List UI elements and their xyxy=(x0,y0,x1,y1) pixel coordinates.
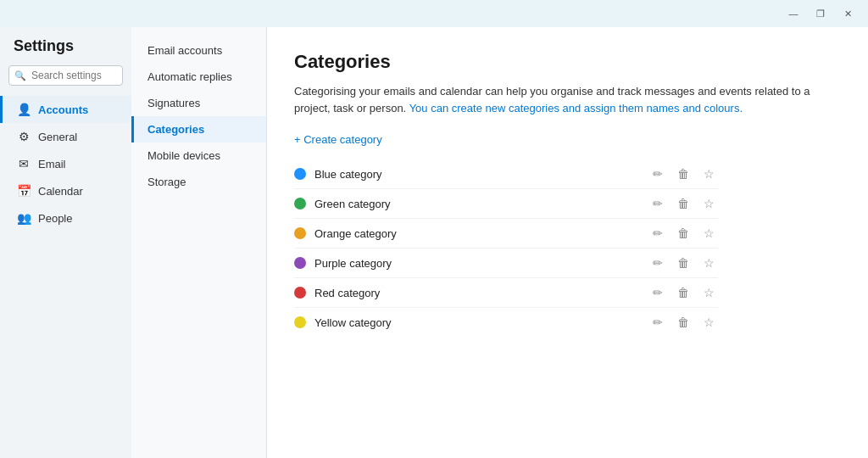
red-category-name: Red category xyxy=(314,287,648,299)
table-row: Purple category ✏ 🗑 ☆ xyxy=(294,249,718,278)
orange-delete-button[interactable]: 🗑 xyxy=(674,224,693,243)
sidebar: Settings 🔍 👤 Accounts ⚙ General ✉ Email … xyxy=(0,27,131,458)
sidebar-item-people[interactable]: 👥 People xyxy=(0,204,131,232)
orange-star-button[interactable]: ☆ xyxy=(699,224,718,243)
orange-category-actions: ✏ 🗑 ☆ xyxy=(648,224,718,243)
mid-item-storage[interactable]: Storage xyxy=(131,169,266,195)
people-icon: 👥 xyxy=(16,210,31,226)
titlebar: — ❐ ✕ xyxy=(0,0,868,27)
main-content: Categories Categorising your emails and … xyxy=(267,27,868,458)
mid-item-categories[interactable]: Categories xyxy=(131,116,266,142)
purple-delete-button[interactable]: 🗑 xyxy=(674,254,693,272)
green-category-actions: ✏ 🗑 ☆ xyxy=(648,194,718,213)
sidebar-item-email-label: Email xyxy=(38,158,66,170)
purple-category-name: Purple category xyxy=(314,257,648,270)
search-box: 🔍 xyxy=(8,65,123,86)
calendar-icon: 📅 xyxy=(16,183,31,198)
sidebar-item-people-label: People xyxy=(38,212,72,225)
sidebar-item-calendar[interactable]: 📅 Calendar xyxy=(0,177,131,204)
app-title: Settings xyxy=(0,37,131,65)
table-row: Green category ✏ 🗑 ☆ xyxy=(294,189,718,219)
green-dot xyxy=(294,198,306,209)
purple-edit-button[interactable]: ✏ xyxy=(648,254,667,272)
orange-category-name: Orange category xyxy=(314,227,648,240)
category-list: Blue category ✏ 🗑 ☆ Green category ✏ 🗑 ☆ xyxy=(294,159,718,337)
sidebar-item-general-label: General xyxy=(38,131,77,143)
create-category-label: + Create category xyxy=(294,133,382,146)
red-edit-button[interactable]: ✏ xyxy=(648,283,667,302)
mid-item-signatures[interactable]: Signatures xyxy=(131,90,266,116)
accounts-icon: 👤 xyxy=(16,102,31,117)
table-row: Orange category ✏ 🗑 ☆ xyxy=(294,219,718,249)
red-star-button[interactable]: ☆ xyxy=(699,283,718,302)
create-category-button[interactable]: + Create category xyxy=(294,133,841,146)
table-row: Yellow category ✏ 🗑 ☆ xyxy=(294,308,718,337)
mid-item-mobile-devices[interactable]: Mobile devices xyxy=(131,142,266,169)
page-description: Categorising your emails and calendar ca… xyxy=(294,83,841,116)
green-category-name: Green category xyxy=(314,198,648,210)
mid-item-automatic-replies[interactable]: Automatic replies xyxy=(131,64,266,90)
minimize-button[interactable]: — xyxy=(780,2,807,25)
green-edit-button[interactable]: ✏ xyxy=(648,194,667,213)
blue-dot xyxy=(294,168,306,180)
red-dot xyxy=(294,287,306,299)
orange-edit-button[interactable]: ✏ xyxy=(648,224,667,243)
sidebar-item-general[interactable]: ⚙ General xyxy=(0,123,131,150)
yellow-star-button[interactable]: ☆ xyxy=(699,313,718,332)
blue-edit-button[interactable]: ✏ xyxy=(648,165,667,183)
blue-star-button[interactable]: ☆ xyxy=(699,165,718,183)
table-row: Blue category ✏ 🗑 ☆ xyxy=(294,159,718,189)
sidebar-item-accounts-label: Accounts xyxy=(38,103,88,116)
yellow-edit-button[interactable]: ✏ xyxy=(648,313,667,332)
green-delete-button[interactable]: 🗑 xyxy=(674,194,693,213)
purple-category-actions: ✏ 🗑 ☆ xyxy=(648,254,718,272)
email-icon: ✉ xyxy=(16,156,31,171)
blue-category-name: Blue category xyxy=(314,168,648,181)
yellow-delete-button[interactable]: 🗑 xyxy=(674,313,693,332)
red-category-actions: ✏ 🗑 ☆ xyxy=(648,283,718,302)
yellow-category-name: Yellow category xyxy=(314,316,648,329)
red-delete-button[interactable]: 🗑 xyxy=(674,283,693,302)
blue-delete-button[interactable]: 🗑 xyxy=(674,165,693,183)
purple-star-button[interactable]: ☆ xyxy=(699,254,718,272)
yellow-category-actions: ✏ 🗑 ☆ xyxy=(648,313,718,332)
sidebar-item-email[interactable]: ✉ Email xyxy=(0,150,131,177)
search-icon: 🔍 xyxy=(14,70,26,81)
sidebar-item-accounts[interactable]: 👤 Accounts xyxy=(0,96,131,123)
green-star-button[interactable]: ☆ xyxy=(699,194,718,213)
sidebar-item-calendar-label: Calendar xyxy=(38,185,83,198)
description-link[interactable]: You can create new categories and assign… xyxy=(409,102,743,114)
yellow-dot xyxy=(294,316,306,328)
mid-panel: Email accounts Automatic replies Signatu… xyxy=(131,27,267,458)
page-title: Categories xyxy=(294,51,841,73)
restore-button[interactable]: ❐ xyxy=(807,2,834,25)
app-container: Settings 🔍 👤 Accounts ⚙ General ✉ Email … xyxy=(0,27,868,458)
orange-dot xyxy=(294,227,306,239)
general-icon: ⚙ xyxy=(16,129,31,144)
blue-category-actions: ✏ 🗑 ☆ xyxy=(648,165,718,183)
purple-dot xyxy=(294,257,306,269)
table-row: Red category ✏ 🗑 ☆ xyxy=(294,278,718,308)
mid-item-email-accounts[interactable]: Email accounts xyxy=(131,37,266,64)
close-button[interactable]: ✕ xyxy=(834,2,861,25)
